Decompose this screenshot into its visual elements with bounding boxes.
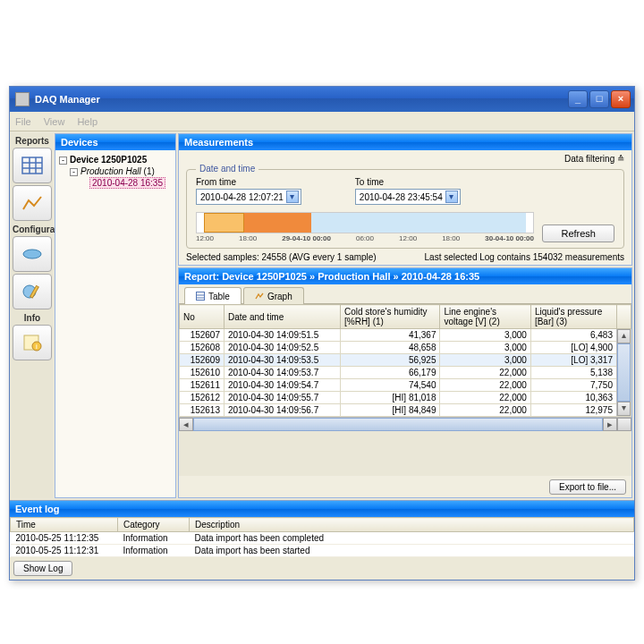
left-sidebar: Reports Configura Info i — [12, 133, 53, 498]
menubar: File View Help — [10, 112, 634, 131]
devices-pane: Devices -Device 1250P1025 -Production Ha… — [55, 133, 176, 498]
table-row[interactable]: 1526132010-04-30 14:09:56.7[HI] 84,84922… — [180, 404, 631, 417]
minimize-button[interactable]: _ — [568, 90, 588, 108]
table-row[interactable]: 1526122010-04-30 14:09:55.7[HI] 81,01822… — [180, 392, 631, 404]
time-range-slider[interactable] — [196, 212, 534, 233]
collapse-icon[interactable]: - — [59, 157, 67, 165]
scroll-right-icon[interactable]: ▸ — [603, 418, 617, 431]
report-tabs: Table Graph — [179, 284, 631, 304]
event-log-table: Time Category Description 2010-05-25 11:… — [10, 517, 634, 557]
app-icon — [15, 92, 30, 106]
to-time-label: To time — [355, 177, 461, 187]
table-icon — [196, 292, 205, 301]
table-row[interactable]: 2010-05-25 11:12:35InformationData impor… — [11, 532, 634, 545]
event-log-pane: Event log Time Category Description 2010… — [10, 500, 634, 580]
data-filtering-toggle[interactable]: Data filtering ≙ — [186, 154, 624, 164]
sidebar-btn-configure-device[interactable] — [13, 236, 52, 272]
tree-child[interactable]: -Production Hall (1) — [59, 165, 172, 177]
report-header: Report: Device 1250P1025 » Production Ha… — [179, 268, 631, 284]
graph-icon — [21, 193, 44, 213]
sidebar-btn-configure-settings[interactable] — [13, 274, 52, 309]
refresh-button[interactable]: Refresh — [542, 225, 614, 242]
group-legend: Date and time — [196, 164, 258, 174]
scroll-down-icon[interactable]: ▾ — [617, 402, 631, 416]
table-row[interactable]: 1526112010-04-30 14:09:54.774,54022,0007… — [180, 379, 631, 392]
from-time-input[interactable]: 2010-04-28 12:07:21 ▾ — [196, 189, 301, 205]
to-time-input[interactable]: 2010-04-28 23:45:54 ▾ — [355, 189, 461, 205]
svg-rect-11 — [197, 292, 205, 301]
sidebar-btn-report-table[interactable] — [13, 148, 52, 183]
vertical-scrollbar[interactable]: ▴▾ — [616, 329, 631, 416]
last-log-text: Last selected Log contains 154032 measur… — [425, 252, 624, 262]
right-pane: Measurements Data filtering ≙ Date and t… — [178, 133, 632, 498]
devices-header: Devices — [55, 134, 175, 150]
tree-root[interactable]: -Device 1250P1025 — [59, 154, 172, 165]
horizontal-scrollbar[interactable]: ◂ ▸ — [179, 417, 631, 431]
table-row[interactable]: 1526082010-04-30 14:09:52.548,6583,000[L… — [180, 342, 631, 354]
dropdown-icon[interactable]: ▾ — [445, 191, 458, 203]
menu-file[interactable]: File — [15, 116, 31, 127]
info-icon: i — [21, 333, 44, 352]
timeline-axis: 12:00 18:00 29-04-10 00:00 06:00 12:00 1… — [196, 234, 534, 242]
sidebar-label-info: Info — [13, 313, 52, 323]
event-log-header: Event log — [10, 501, 634, 517]
graph-icon — [255, 292, 264, 301]
main-body: Reports Configura Info i Devices — [10, 131, 634, 500]
svg-text:i: i — [36, 343, 38, 351]
report-grid-wrap: No Date and time Cold store's humidity [… — [179, 304, 631, 476]
dropdown-icon[interactable]: ▾ — [286, 191, 299, 203]
tab-graph[interactable]: Graph — [243, 287, 304, 304]
svg-rect-0 — [22, 157, 42, 174]
sidebar-label-reports: Reports — [13, 136, 52, 146]
table-header-row: Time Category Description — [11, 518, 634, 532]
sidebar-btn-info[interactable]: i — [13, 325, 52, 360]
export-row: Export to file... — [179, 476, 631, 497]
tree-leaf-selected[interactable]: 2010-04-28 16:35 — [59, 177, 172, 189]
scroll-up-icon[interactable]: ▴ — [617, 329, 631, 343]
from-time-label: From time — [196, 177, 301, 187]
show-log-button[interactable]: Show Log — [13, 561, 72, 576]
export-button[interactable]: Export to file... — [549, 479, 626, 495]
table-header-row: No Date and time Cold store's humidity [… — [180, 305, 631, 329]
svg-point-5 — [23, 250, 41, 258]
sidebar-btn-report-graph[interactable] — [13, 185, 52, 221]
table-row[interactable]: 1526072010-04-30 14:09:51.541,3673,0006,… — [180, 329, 631, 342]
collapse-icon[interactable]: - — [70, 168, 78, 176]
sidebar-label-configure: Configura — [13, 225, 52, 234]
table-row[interactable]: 1526092010-04-30 14:09:53.556,9253,000[L… — [180, 354, 631, 367]
titlebar[interactable]: DAQ Manager _ □ × — [10, 87, 634, 112]
selected-samples-text: Selected samples: 24558 (AVG every 1 sam… — [186, 252, 377, 262]
table-row[interactable]: 1526102010-04-30 14:09:53.766,17922,0005… — [180, 367, 631, 379]
table-icon — [21, 156, 44, 175]
devices-tree: -Device 1250P1025 -Production Hall (1) 2… — [55, 150, 175, 497]
maximize-button[interactable]: □ — [589, 90, 609, 108]
scroll-left-icon[interactable]: ◂ — [179, 418, 193, 431]
window-title: DAQ Manager — [35, 94, 566, 105]
measurements-header: Measurements — [179, 134, 631, 150]
tab-table[interactable]: Table — [184, 287, 242, 304]
gear-pencil-icon — [21, 282, 44, 301]
disk-icon — [21, 244, 44, 264]
app-window: DAQ Manager _ □ × File View Help Reports… — [9, 86, 635, 580]
chevron-up-icon: ≙ — [617, 154, 624, 164]
report-table: No Date and time Cold store's humidity [… — [179, 304, 631, 417]
close-button[interactable]: × — [611, 90, 631, 108]
menu-help[interactable]: Help — [77, 116, 97, 127]
measurements-pane: Measurements Data filtering ≙ Date and t… — [178, 133, 632, 266]
report-pane: Report: Device 1250P1025 » Production Ha… — [178, 267, 632, 498]
menu-view[interactable]: View — [44, 116, 65, 127]
table-row[interactable]: 2010-05-25 11:12:31InformationData impor… — [11, 545, 634, 557]
date-time-group: Date and time From time 2010-04-28 12:07… — [186, 169, 624, 249]
